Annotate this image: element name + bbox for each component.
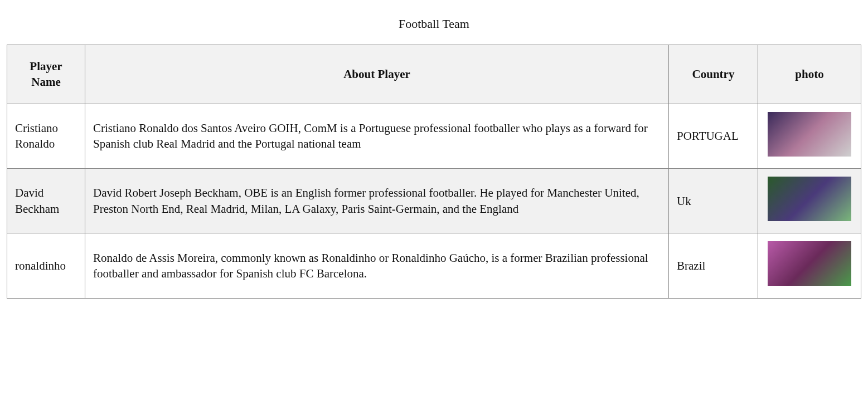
player-photo: [768, 177, 851, 221]
player-photo: [768, 112, 851, 157]
player-photo: [768, 241, 851, 286]
cell-about: Cristiano Ronaldo dos Santos Aveiro GOIH…: [85, 104, 669, 168]
table-row: ronaldinho Ronaldo de Assis Moreira, com…: [7, 233, 861, 298]
cell-country: PORTUGAL: [669, 104, 758, 168]
table-row: David Beckham David Robert Joseph Beckha…: [7, 169, 861, 233]
cell-photo: [758, 233, 861, 298]
table-header-row: Player Name About Player Country photo: [7, 45, 861, 104]
cell-photo: [758, 104, 861, 168]
cell-country: Uk: [669, 169, 758, 233]
header-about-player: About Player: [85, 45, 669, 104]
table-row: Cristiano Ronaldo Cristiano Ronaldo dos …: [7, 104, 861, 168]
cell-player-name: David Beckham: [7, 169, 85, 233]
cell-country: Brazil: [669, 233, 758, 298]
cell-photo: [758, 169, 861, 233]
header-country: Country: [669, 45, 758, 104]
page-title: Football Team: [7, 17, 861, 31]
cell-player-name: ronaldinho: [7, 233, 85, 298]
header-player-name: Player Name: [7, 45, 85, 104]
header-photo: photo: [758, 45, 861, 104]
cell-player-name: Cristiano Ronaldo: [7, 104, 85, 168]
cell-about: Ronaldo de Assis Moreira, commonly known…: [85, 233, 669, 298]
players-table: Player Name About Player Country photo C…: [7, 45, 861, 299]
cell-about: David Robert Joseph Beckham, OBE is an E…: [85, 169, 669, 233]
